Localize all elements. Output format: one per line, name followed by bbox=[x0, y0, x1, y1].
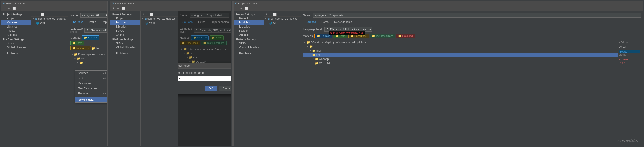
mark-tests-1[interactable]: 📁 Tests bbox=[70, 41, 84, 45]
source-tree-item-root-1[interactable]: ▼ 📁 D:\workspace\springmvc\springmvc_01_… bbox=[70, 52, 106, 56]
ctx-tests-shortcut-1: Alt+T bbox=[103, 77, 108, 80]
src-tree-root-3[interactable]: ▼ 📁 D:\workspace\springmvc\springmvc_01_… bbox=[303, 40, 618, 44]
tree-item-module-3[interactable]: ▼ ▣ springmvc_01_quickst bbox=[264, 17, 301, 21]
tree-label-module-3: springmvc_01_quickst bbox=[270, 17, 298, 20]
tree-remove-1[interactable]: − bbox=[36, 12, 39, 16]
sidebar-item-facets-2[interactable]: Facets bbox=[110, 29, 140, 33]
ctx-newfolder-1[interactable]: New Folder... bbox=[75, 97, 108, 102]
mark-excluded-3[interactable]: 📁 Excluded bbox=[396, 34, 415, 38]
src-folder-root-3: 📁 bbox=[306, 41, 310, 44]
sidebar-item-project-3[interactable]: Project bbox=[234, 16, 264, 20]
mark-sources-1[interactable]: 📁 Sources bbox=[82, 35, 99, 40]
sidebar-item-artifacts-1[interactable]: Artifacts bbox=[1, 33, 31, 37]
tab-paths-3[interactable]: Paths bbox=[319, 19, 332, 25]
name-input-1[interactable] bbox=[80, 13, 108, 17]
mark-label-3: Mark as: bbox=[303, 34, 314, 38]
add-source-label-3: + Add ⊙ bbox=[619, 41, 640, 44]
sidebar-item-project-2[interactable]: Project bbox=[110, 16, 140, 20]
copy-btn-2[interactable]: ⬜ bbox=[121, 6, 126, 10]
ctx-tests-1[interactable]: Tests Alt+T bbox=[75, 76, 108, 81]
mark-resources-1[interactable]: 📁 Resources bbox=[70, 46, 91, 50]
ctx-excluded-1[interactable]: Excluded Alt+E bbox=[75, 91, 108, 96]
sidebar-item-artifacts-2[interactable]: Artifacts bbox=[110, 33, 140, 37]
copy-btn-1[interactable]: ⬜ bbox=[11, 6, 17, 10]
ctx-resources-1[interactable]: Resources bbox=[75, 81, 108, 86]
src-arrow-webapp-3: ▼ bbox=[312, 58, 314, 60]
sidebar-item-libraries-3[interactable]: Libraries bbox=[234, 24, 264, 29]
tree-item-web-1[interactable]: 🌐 Web bbox=[31, 21, 68, 25]
src-tree-webinf-3[interactable]: 📁 WEB-INF bbox=[303, 61, 618, 65]
source-tree-3: ▼ 📁 D:\workspace\springmvc\springmvc_01_… bbox=[303, 40, 618, 144]
remove-btn-1[interactable]: − bbox=[7, 6, 10, 10]
sidebar-item-facets-3[interactable]: Facets bbox=[234, 29, 264, 33]
add-btn-1[interactable]: + bbox=[2, 6, 6, 10]
tree-arrow-root-1: ▼ bbox=[71, 53, 73, 56]
tab-sources-1[interactable]: Sources bbox=[70, 19, 86, 25]
sidebar-item-project-1[interactable]: Project bbox=[1, 16, 31, 20]
mark-more-1: 📁 Te bbox=[92, 47, 99, 50]
tab-dependencies-1[interactable]: Dependencies bbox=[99, 19, 108, 25]
lang-select-1[interactable]: 7 - Diamonds, ARM, multi-catch bbox=[84, 28, 108, 33]
src-tree-webapp-3[interactable]: ▼ 📁 webapp bbox=[303, 57, 618, 61]
sidebar-item-modules-2[interactable]: Modules bbox=[110, 20, 140, 24]
sidebar-item-libraries-2[interactable]: Libraries bbox=[110, 24, 140, 29]
source-tree-item-m-1[interactable]: ▼ 📁 m bbox=[70, 61, 106, 65]
window-title-3: Project Structure bbox=[238, 2, 257, 5]
src-tree-main-3[interactable]: ▼ 📁 main bbox=[303, 49, 618, 53]
sidebar-item-sdks-3[interactable]: SDKs bbox=[234, 41, 264, 45]
sidebar-item-problems-2[interactable]: Problems bbox=[110, 51, 140, 56]
sidebar-item-facets-1[interactable]: Facets bbox=[1, 29, 31, 33]
sidebar-item-global-libs-2[interactable]: Global Libraries bbox=[110, 45, 140, 49]
src-folder-webapp-3: 📁 bbox=[315, 57, 318, 61]
mark-testres-3[interactable]: 📁 Test Resources bbox=[370, 34, 396, 38]
tree-add-1[interactable]: + bbox=[33, 12, 36, 16]
tab-dependencies-3[interactable]: Dependencies bbox=[332, 19, 355, 25]
tree-label-web-3: Web bbox=[272, 21, 278, 24]
tree-copy-2[interactable]: ⬜ bbox=[149, 12, 154, 16]
tree-remove-2[interactable]: − bbox=[146, 12, 148, 16]
sidebar-item-problems-1[interactable]: Problems bbox=[1, 51, 31, 56]
remove-btn-2[interactable]: − bbox=[116, 6, 120, 10]
sidebar-item-sdks-1[interactable]: SDKs bbox=[1, 41, 31, 45]
tree-item-web-2[interactable]: 🌐 Web bbox=[141, 21, 178, 25]
add-btn-2[interactable]: + bbox=[112, 6, 115, 10]
copy-btn-3[interactable]: ⬜ bbox=[244, 6, 249, 10]
sidebar-item-problems-3[interactable]: Problems bbox=[234, 51, 264, 56]
tab-paths-1[interactable]: Paths bbox=[86, 19, 99, 25]
dialog-cancel-btn[interactable]: Cancel bbox=[218, 86, 231, 91]
tree-copy-3[interactable]: ⬜ bbox=[272, 12, 277, 16]
sidebar-item-global-libs-1[interactable]: Global Libraries bbox=[1, 45, 31, 49]
web-icon-2: 🌐 bbox=[145, 21, 148, 24]
sidebar-item-artifacts-3[interactable]: Artifacts bbox=[234, 33, 264, 37]
name-label-3: Name: bbox=[303, 14, 311, 17]
tab-sources-3[interactable]: Sources bbox=[303, 19, 319, 25]
window-titlebar-1: ⊞ Project Structure bbox=[1, 1, 108, 6]
window-title-1: Project Structure bbox=[6, 2, 24, 5]
tree-remove-3[interactable]: − bbox=[269, 12, 272, 16]
sidebar-item-global-libs-3[interactable]: Global Libraries bbox=[234, 45, 264, 49]
tree-item-module-2[interactable]: ▼ ▣ springmvc_01_quickst bbox=[141, 17, 178, 21]
ctx-testres-1[interactable]: Test Resources bbox=[75, 86, 108, 91]
tree-copy-1[interactable]: ⬜ bbox=[40, 12, 44, 16]
ctx-sources-1[interactable]: Sources Alt+S bbox=[75, 71, 108, 76]
dialog-ok-btn[interactable]: OK bbox=[205, 86, 216, 91]
tree-item-web-3[interactable]: 🌐 Web bbox=[264, 21, 301, 25]
module-name-row-3: Name: bbox=[303, 13, 641, 17]
sidebar-item-libraries-1[interactable]: Libraries bbox=[1, 24, 31, 29]
sidebar-item-sdks-2[interactable]: SDKs bbox=[110, 41, 140, 45]
remove-btn-3[interactable]: − bbox=[240, 6, 243, 10]
content-panel-2: Name: Sources Paths Dependencies Languag… bbox=[178, 11, 231, 146]
name-input-3[interactable] bbox=[313, 13, 641, 17]
sidebar-section-ps-3: Project Settings bbox=[234, 12, 264, 16]
add-btn-3[interactable]: + bbox=[235, 6, 238, 10]
dialog-folder-input[interactable] bbox=[178, 76, 231, 81]
sidebar-item-modules-1[interactable]: Modules bbox=[1, 20, 31, 24]
source-tree-item-src-1[interactable]: ▼ 📁 src bbox=[70, 56, 106, 61]
divider-2-3 bbox=[232, 1, 232, 146]
tree-add-3[interactable]: + bbox=[265, 12, 268, 16]
src-tree-src-3[interactable]: ▼ 📁 src bbox=[303, 44, 618, 49]
tree-item-module-1[interactable]: ▼ ▣ springmvc_01_quickst bbox=[31, 17, 68, 21]
tree-add-2[interactable]: + bbox=[142, 12, 145, 16]
src-tree-java-3[interactable]: 📁 java bbox=[303, 53, 618, 57]
sidebar-item-modules-3[interactable]: Modules bbox=[234, 20, 264, 24]
